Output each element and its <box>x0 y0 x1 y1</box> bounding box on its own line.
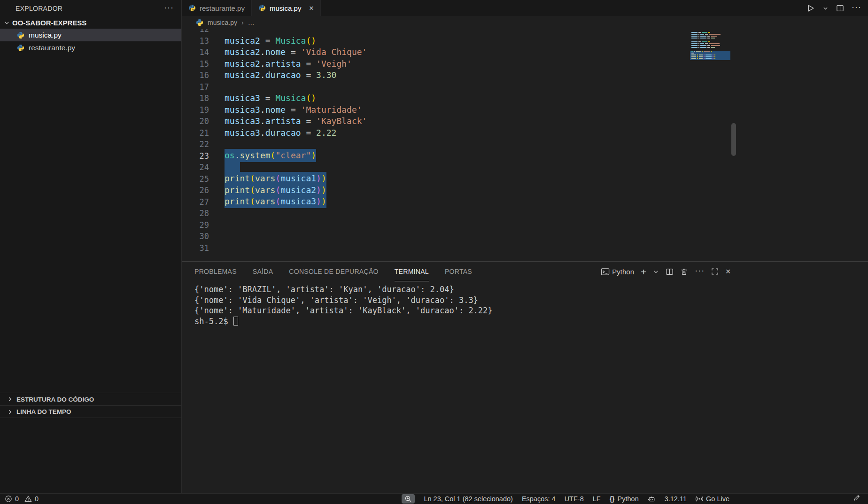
tab-bar: restaurante.pymusica.py✕ ··· <box>182 0 868 16</box>
section-timeline[interactable]: LINHA DO TEMPO <box>0 405 181 418</box>
notifications[interactable] <box>853 494 860 502</box>
tab-musica-py[interactable]: musica.py✕ <box>252 0 321 16</box>
code-line-24[interactable]: 24 <box>182 162 868 173</box>
language-mode[interactable]: {}Python <box>610 495 639 503</box>
zoom-indicator[interactable] <box>402 494 415 504</box>
panel-tab-terminal[interactable]: TERMINAL <box>395 262 429 281</box>
chevron-down-icon <box>4 20 10 26</box>
code-line-29[interactable]: 29 <box>182 219 868 231</box>
terminal-prompt-row: sh-5.2$ <box>194 316 868 327</box>
code-line-31[interactable]: 31 <box>182 242 868 254</box>
line-number: 19 <box>182 104 209 116</box>
go-live[interactable]: Go Live <box>696 495 729 503</box>
sidebar-sections: ESTRUTURA DO CÓDIGO LINHA DO TEMPO <box>0 393 181 418</box>
kill-terminal-button[interactable] <box>680 268 688 276</box>
line-content: os.system("clear") <box>209 150 316 162</box>
explorer-more-button[interactable]: ··· <box>164 4 174 14</box>
code-line-22[interactable]: 22 <box>182 139 868 150</box>
code-line-27[interactable]: 27print(vars(musica3)) <box>182 196 868 208</box>
scrollbar[interactable] <box>731 123 736 156</box>
vscode-window: EXPLORADOR ··· OO-SABOR-EXPRESS musica.p… <box>0 0 868 504</box>
line-number: 25 <box>182 173 209 185</box>
panel-tab-sa-da[interactable]: SAÍDA <box>253 262 273 281</box>
status-right: Ln 23, Col 1 (82 selecionado)Espaços: 4U… <box>402 494 729 504</box>
new-terminal-button[interactable]: + <box>641 267 646 277</box>
indentation[interactable]: Espaços: 4 <box>522 495 556 503</box>
explorer-header: EXPLORADOR ··· <box>0 0 181 17</box>
minimap[interactable] <box>690 30 730 68</box>
editor[interactable]: 1213musica2 = Musica()14musica2.nome = '… <box>182 29 868 261</box>
line-number: 12 <box>182 29 209 35</box>
line-content <box>209 208 225 219</box>
file-item-musica-py[interactable]: musica.py <box>0 29 181 41</box>
explorer-file-list: musica.pyrestaurante.py <box>0 29 181 54</box>
terminal[interactable]: {'nome': 'BRAZIL', 'artista': 'Kyan', 'd… <box>182 281 868 326</box>
panel-tab-problemas[interactable]: PROBLEMAS <box>194 262 237 281</box>
code-line-30[interactable]: 30 <box>182 231 868 242</box>
line-content <box>209 231 225 242</box>
line-content <box>209 81 225 93</box>
terminal-profile[interactable]: Python <box>601 267 634 276</box>
code-line-26[interactable]: 26print(vars(musica2)) <box>182 185 868 196</box>
tab-label: restaurante.py <box>200 4 245 12</box>
breadcrumb-file[interactable]: musica.py <box>208 19 237 26</box>
breadcrumb-tail[interactable]: … <box>248 19 255 26</box>
line-content: musica3.nome = 'Maturidade' <box>209 104 362 116</box>
line-content: musica3.duracao = 2.22 <box>209 127 336 139</box>
terminal-output: {'nome': 'BRAZIL', 'artista': 'Kyan', 'd… <box>194 284 868 316</box>
code-line-23[interactable]: 23os.system("clear") <box>182 150 868 162</box>
run-dropdown[interactable] <box>822 5 829 11</box>
code-line-16[interactable]: 16musica2.duracao = 3.30 <box>182 70 868 81</box>
terminal-dropdown[interactable] <box>653 269 659 275</box>
line-number: 30 <box>182 231 209 242</box>
line-content: print(vars(musica3)) <box>209 196 326 208</box>
split-terminal-button[interactable] <box>666 268 674 276</box>
eol[interactable]: LF <box>593 495 601 503</box>
panel-tab-portas[interactable]: PORTAS <box>445 262 472 281</box>
error-count[interactable]: 0 <box>5 495 19 503</box>
editor-actions: ··· <box>806 0 868 16</box>
python-version[interactable]: 3.12.11 <box>665 495 687 503</box>
chevron-right-icon <box>7 396 13 403</box>
file-name: restaurante.py <box>29 44 75 52</box>
warning-count[interactable]: 0 <box>24 495 39 503</box>
code-line-12[interactable]: 12 <box>182 29 868 35</box>
breadcrumb[interactable]: musica.py › … <box>182 16 868 29</box>
line-number: 21 <box>182 127 209 139</box>
code-line-20[interactable]: 20musica3.artista = 'KayBlack' <box>182 116 868 127</box>
editor-more-button[interactable]: ··· <box>852 3 861 13</box>
panel-tab-console-de-depura-o[interactable]: CONSOLE DE DEPURAÇÃO <box>289 262 378 281</box>
code-line-19[interactable]: 19musica3.nome = 'Maturidade' <box>182 104 868 116</box>
encoding[interactable]: UTF-8 <box>565 495 584 503</box>
panel-tabs: PROBLEMASSAÍDACONSOLE DE DEPURAÇÃOTERMIN… <box>194 262 472 281</box>
file-item-restaurante-py[interactable]: restaurante.py <box>0 41 181 54</box>
line-content: musica3 = Musica() <box>209 93 316 104</box>
split-editor-button[interactable] <box>836 4 844 12</box>
close-panel-button[interactable]: ✕ <box>725 268 731 275</box>
maximize-panel-button[interactable] <box>711 268 719 275</box>
file-name: musica.py <box>29 31 62 39</box>
code-line-18[interactable]: 18musica3 = Musica() <box>182 93 868 104</box>
code-line-28[interactable]: 28 <box>182 208 868 219</box>
code-line-25[interactable]: 25print(vars(musica1)) <box>182 173 868 185</box>
line-content <box>209 162 240 173</box>
code-line-13[interactable]: 13musica2 = Musica() <box>182 35 868 47</box>
line-number: 27 <box>182 196 209 208</box>
code-line-15[interactable]: 15musica2.artista = 'Veigh' <box>182 58 868 70</box>
code-line-21[interactable]: 21musica3.duracao = 2.22 <box>182 127 868 139</box>
panel-header: PROBLEMASSAÍDACONSOLE DE DEPURAÇÃOTERMIN… <box>182 262 868 281</box>
section-code-structure[interactable]: ESTRUTURA DO CÓDIGO <box>0 393 181 405</box>
code-line-14[interactable]: 14musica2.nome = 'Vida Chique' <box>182 47 868 58</box>
cursor-position[interactable]: Ln 23, Col 1 (82 selecionado) <box>424 495 512 503</box>
tab-label: musica.py <box>270 4 302 12</box>
copilot[interactable] <box>648 495 656 503</box>
close-icon[interactable]: ✕ <box>309 5 314 12</box>
tab-restaurante-py[interactable]: restaurante.py <box>182 0 252 16</box>
line-content: print(vars(musica2)) <box>209 185 326 196</box>
code-line-17[interactable]: 17 <box>182 81 868 93</box>
folder-row-oo-sabor-express[interactable]: OO-SABOR-EXPRESS <box>0 17 181 29</box>
panel-more-button[interactable]: ··· <box>695 267 705 277</box>
line-number: 17 <box>182 81 209 93</box>
line-content: musica3.artista = 'KayBlack' <box>209 116 367 127</box>
run-button[interactable] <box>806 4 815 13</box>
